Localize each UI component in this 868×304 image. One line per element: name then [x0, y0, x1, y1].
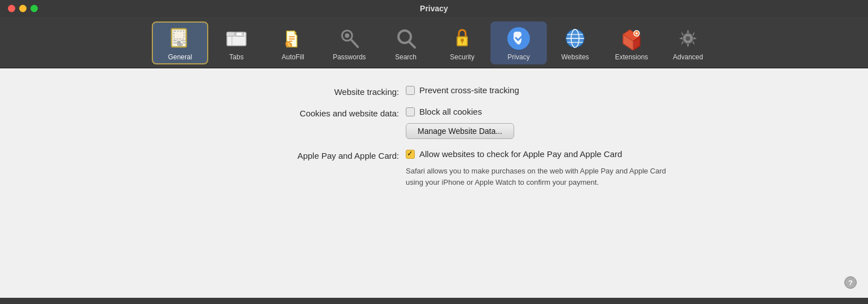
toolbar-item-security[interactable]: Security	[434, 21, 490, 64]
security-icon	[449, 25, 476, 52]
website-tracking-label: Website tracking:	[191, 85, 406, 97]
toolbar-item-extensions[interactable]: Extensions	[603, 21, 660, 64]
toolbar-label-security: Security	[450, 53, 474, 61]
content-area: Website tracking: Prevent cross-site tra…	[0, 68, 868, 298]
prevent-tracking-row: Prevent cross-site tracking	[406, 85, 677, 95]
toolbar-label-autofill: AutoFill	[282, 53, 304, 61]
title-bar: Privacy	[0, 0, 868, 17]
toolbar-label-websites: Websites	[561, 53, 589, 61]
toolbar-item-autofill[interactable]: AutoFill	[265, 21, 321, 64]
toolbar-item-privacy[interactable]: Privacy	[490, 21, 547, 64]
svg-point-24	[345, 33, 349, 38]
toolbar-item-advanced[interactable]: Advanced	[660, 21, 716, 64]
toolbar-label-extensions: Extensions	[615, 53, 648, 61]
apple-pay-row: Allow websites to check for Apple Pay an…	[406, 149, 677, 159]
prevent-tracking-checkbox[interactable]	[406, 86, 415, 95]
toolbar: General × × Tabs	[0, 17, 868, 68]
block-cookies-checkbox[interactable]	[406, 107, 415, 116]
tabs-icon: × ×	[223, 25, 250, 52]
close-button[interactable]	[8, 5, 15, 12]
apple-pay-checkbox-label[interactable]: Allow websites to check for Apple Pay an…	[419, 149, 622, 159]
svg-text:×: ×	[241, 32, 243, 36]
advanced-icon	[674, 25, 702, 52]
apple-pay-controls: Allow websites to check for Apple Pay an…	[406, 149, 677, 188]
svg-rect-30	[462, 41, 463, 44]
help-button[interactable]: ?	[844, 276, 857, 289]
toolbar-label-advanced: Advanced	[673, 53, 703, 61]
passwords-icon	[336, 25, 363, 52]
toolbar-item-search[interactable]: Search	[378, 21, 434, 64]
svg-line-23	[351, 40, 358, 47]
block-cookies-label[interactable]: Block all cookies	[419, 107, 482, 116]
websites-icon	[562, 25, 589, 52]
window-title: Privacy	[420, 4, 448, 13]
general-icon	[166, 25, 194, 52]
toolbar-label-tabs: Tabs	[229, 53, 243, 61]
apple-pay-label: Apple Pay and Apple Card:	[191, 149, 406, 160]
settings-grid: Website tracking: Prevent cross-site tra…	[191, 85, 677, 188]
apple-pay-checkbox[interactable]	[406, 150, 415, 159]
toolbar-label-general: General	[168, 53, 192, 61]
extensions-icon	[618, 25, 645, 52]
svg-text:×: ×	[229, 32, 231, 36]
toolbar-item-general[interactable]: General	[152, 21, 208, 64]
maximize-button[interactable]	[30, 5, 38, 12]
privacy-icon	[505, 25, 532, 52]
svg-point-42	[686, 36, 690, 41]
cookies-controls: Block all cookies Manage Website Data...	[406, 107, 677, 139]
toolbar-item-websites[interactable]: Websites	[547, 21, 603, 64]
minimize-button[interactable]	[19, 5, 27, 12]
search-icon	[392, 25, 419, 52]
cookies-label: Cookies and website data:	[191, 107, 406, 118]
svg-line-26	[409, 42, 415, 47]
prevent-tracking-label[interactable]: Prevent cross-site tracking	[419, 85, 519, 95]
toolbar-item-tabs[interactable]: × × Tabs	[208, 21, 265, 64]
toolbar-item-passwords[interactable]: Passwords	[321, 21, 378, 64]
autofill-icon	[279, 25, 306, 52]
toolbar-label-passwords: Passwords	[333, 53, 366, 61]
window-controls	[8, 5, 38, 12]
svg-rect-31	[461, 39, 464, 40]
block-cookies-row: Block all cookies	[406, 107, 677, 116]
apple-pay-description: Safari allows you to make purchases on t…	[406, 166, 677, 188]
website-tracking-controls: Prevent cross-site tracking	[406, 85, 677, 95]
toolbar-label-search: Search	[395, 53, 417, 61]
toolbar-label-privacy: Privacy	[507, 53, 529, 61]
manage-website-data-button[interactable]: Manage Website Data...	[406, 123, 514, 139]
